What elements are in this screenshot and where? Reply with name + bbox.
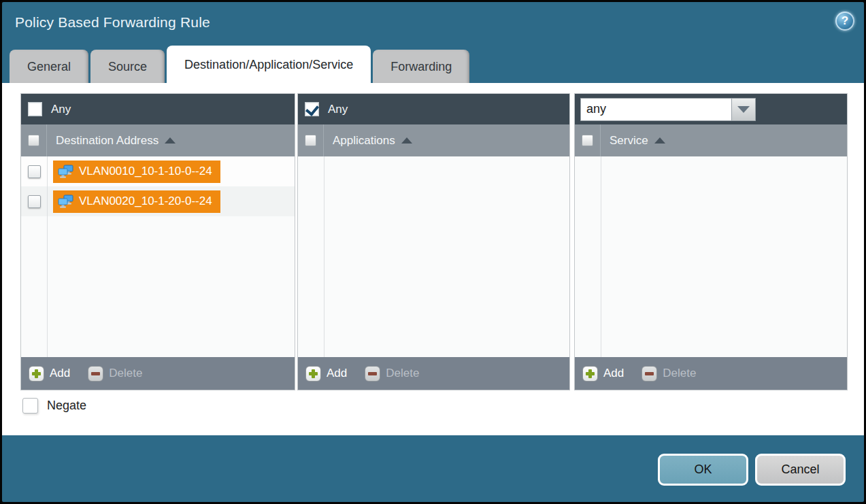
row-checkbox[interactable] bbox=[28, 195, 41, 208]
cancel-button[interactable]: Cancel bbox=[755, 454, 846, 486]
tab-bar: General Source Destination/Application/S… bbox=[10, 46, 469, 84]
applications-select-all-checkbox[interactable] bbox=[305, 135, 316, 146]
add-button[interactable]: Add bbox=[29, 366, 70, 382]
network-address-icon bbox=[58, 195, 74, 208]
add-icon bbox=[582, 366, 598, 382]
destination-toolbar: Add Delete bbox=[21, 357, 295, 390]
network-address-icon bbox=[58, 165, 74, 178]
service-mode-combobox bbox=[580, 98, 756, 121]
destination-any-checkbox[interactable] bbox=[28, 102, 42, 116]
add-icon bbox=[305, 366, 321, 382]
add-icon bbox=[29, 366, 44, 382]
tab-destination-application-service[interactable]: Destination/Application/Service bbox=[167, 46, 371, 84]
address-entry[interactable]: VLAN0020_10-1-20-0--24 bbox=[53, 190, 220, 213]
delete-button[interactable]: Delete bbox=[365, 366, 419, 382]
negate-checkbox[interactable] bbox=[22, 398, 38, 414]
destination-column-header: Destination Address bbox=[21, 124, 295, 156]
address-entry-label: VLAN0010_10-1-10-0--24 bbox=[79, 165, 212, 178]
table-row[interactable]: VLAN0010_10-1-10-0--24 bbox=[21, 156, 295, 186]
applications-any-checkbox[interactable] bbox=[305, 102, 319, 116]
applications-column-header: Applications bbox=[298, 124, 569, 156]
policy-based-forwarding-dialog: Policy Based Forwarding Rule ? General S… bbox=[0, 0, 866, 504]
dropdown-button[interactable] bbox=[731, 98, 756, 121]
destination-any-label: Any bbox=[51, 103, 71, 116]
negate-option: Negate bbox=[22, 398, 86, 414]
service-list bbox=[575, 156, 847, 357]
destination-column-title: Destination Address bbox=[56, 134, 159, 148]
sort-ascending-icon[interactable] bbox=[165, 137, 176, 144]
checkbox-column-divider bbox=[324, 156, 324, 357]
address-entry[interactable]: VLAN0010_10-1-10-0--24 bbox=[53, 161, 220, 183]
sort-ascending-icon[interactable] bbox=[401, 137, 412, 144]
tab-general[interactable]: General bbox=[10, 50, 88, 84]
delete-icon bbox=[88, 366, 103, 382]
dialog-title: Policy Based Forwarding Rule bbox=[15, 14, 210, 31]
applications-column-title: Applications bbox=[333, 134, 395, 148]
add-button[interactable]: Add bbox=[305, 366, 347, 382]
tab-source[interactable]: Source bbox=[90, 50, 165, 84]
delete-icon bbox=[365, 366, 380, 382]
service-column-header: Service bbox=[575, 124, 847, 156]
destination-address-list: VLAN0010_10-1-10-0--24 bbox=[21, 156, 295, 357]
table-row[interactable]: VLAN0020_10-1-20-0--24 bbox=[21, 186, 295, 216]
service-toolbar: Add Delete bbox=[575, 357, 847, 390]
service-column-title: Service bbox=[610, 134, 648, 148]
sort-ascending-icon[interactable] bbox=[654, 137, 665, 144]
negate-label: Negate bbox=[47, 399, 86, 413]
applications-any-bar: Any bbox=[298, 94, 569, 124]
checkbox-column-divider bbox=[601, 156, 601, 357]
applications-any-label: Any bbox=[328, 103, 348, 116]
applications-toolbar: Add Delete bbox=[298, 357, 569, 390]
tab-forwarding[interactable]: Forwarding bbox=[373, 50, 469, 84]
service-select-all-checkbox[interactable] bbox=[582, 135, 593, 146]
checkbox-column-divider bbox=[47, 156, 48, 357]
destination-any-bar: Any bbox=[21, 94, 295, 124]
ok-button[interactable]: OK bbox=[658, 454, 748, 486]
destination-address-panel: Any Destination Address bbox=[20, 93, 295, 390]
chevron-down-icon bbox=[737, 106, 750, 113]
destination-select-all-checkbox[interactable] bbox=[28, 135, 39, 146]
row-checkbox[interactable] bbox=[28, 165, 41, 178]
help-icon[interactable]: ? bbox=[835, 12, 854, 31]
service-panel: Service Add Delete bbox=[574, 93, 848, 390]
delete-icon bbox=[642, 366, 657, 382]
address-entry-label: VLAN0020_10-1-20-0--24 bbox=[79, 195, 212, 208]
delete-button[interactable]: Delete bbox=[88, 366, 142, 382]
applications-list bbox=[298, 156, 569, 357]
tab-content: Any Destination Address bbox=[2, 83, 864, 435]
applications-panel: Any Applications Add Delete bbox=[297, 93, 570, 390]
service-dropdown-bar bbox=[575, 94, 847, 124]
delete-button[interactable]: Delete bbox=[642, 366, 696, 382]
add-button[interactable]: Add bbox=[582, 366, 624, 382]
service-mode-input[interactable] bbox=[580, 98, 731, 121]
